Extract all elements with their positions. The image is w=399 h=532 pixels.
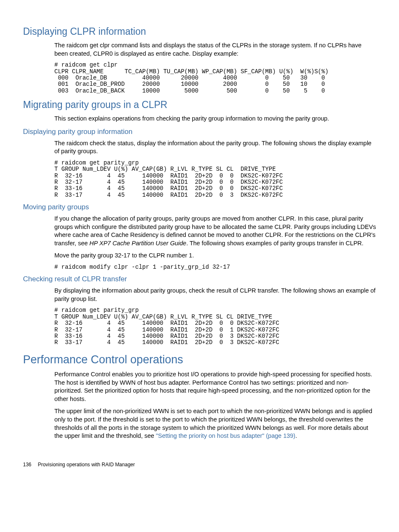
- heading-moving-parity: Moving parity groups: [23, 203, 376, 212]
- heading-displaying-clpr: Displaying CLPR information: [23, 25, 376, 38]
- heading-performance-control: Performance Control operations: [23, 352, 376, 367]
- para-performance-2: The upper limit of the non-prioritized W…: [54, 407, 376, 440]
- text-perf-suffix: .: [295, 432, 297, 439]
- code-get-parity-grp-2: # raidcom get parity_grp T GROUP Num_LDE…: [54, 307, 376, 346]
- chapter-title: Provisioning operations with RAID Manage…: [38, 462, 135, 468]
- para-performance-1: Performance Control enables you to prior…: [54, 370, 376, 403]
- para-display-parity: The raidcom check the status, display th…: [54, 139, 376, 156]
- para-migrating: This section explains operations from ch…: [54, 115, 376, 123]
- link-setting-priority[interactable]: "Setting the priority on host bus adapte…: [156, 432, 296, 439]
- heading-migrating-parity: Migrating parity groups in a CLPR: [23, 98, 376, 111]
- heading-display-parity-group: Displaying parity group information: [23, 127, 376, 137]
- text-moving-suffix: . The following shows examples of parity…: [186, 240, 363, 247]
- code-get-clpr: # raidcom get clpr CLPR CLPR_NAME TC_CAP…: [54, 62, 376, 94]
- page-footer: 136 Provisioning operations with RAID Ma…: [23, 461, 376, 468]
- para-moving-parity-2: Move the parity group 32-17 to the CLPR …: [54, 252, 376, 260]
- heading-checking-result: Checking result of CLPR transfer: [23, 275, 376, 284]
- para-moving-parity-1: If you change the allocation of parity g…: [54, 215, 376, 247]
- text-moving-italic: HP XP7 Cache Partition User Guide: [90, 240, 187, 247]
- code-modify-clpr: # raidcom modify clpr -clpr 1 -parity_gr…: [54, 264, 376, 270]
- para-displaying-clpr: The raidcom get clpr command lists and d…: [54, 41, 376, 58]
- page-number: 136: [23, 461, 31, 468]
- code-get-parity-grp-1: # raidcom get parity_grp T GROUP Num_LDE…: [54, 160, 376, 198]
- para-checking-result: By displaying the information about pari…: [54, 287, 376, 303]
